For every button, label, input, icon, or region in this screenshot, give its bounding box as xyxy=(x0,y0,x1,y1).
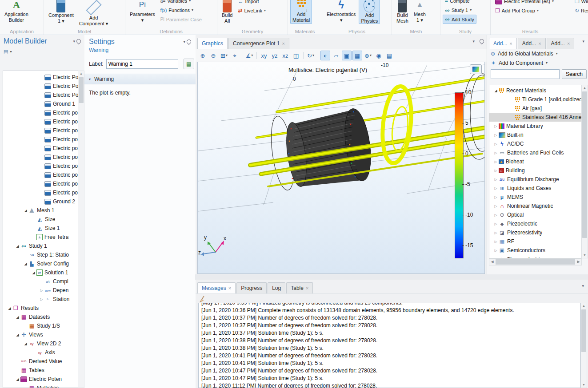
messages-tab[interactable]: Table × xyxy=(286,282,313,293)
expand-arrow-icon[interactable] xyxy=(493,213,499,217)
material-list-item[interactable]: MEMS xyxy=(489,193,581,202)
add-material-tab[interactable]: Add... × xyxy=(547,38,575,49)
graphics-toolbar-button[interactable]: ⊖ xyxy=(208,51,218,60)
application-builder-button[interactable]: Application Builder xyxy=(2,0,31,24)
ribbon-small-button[interactable]: Windows ▾ xyxy=(572,0,588,6)
tree-item[interactable]: Multislice xyxy=(3,384,78,388)
expand-arrow-icon[interactable] xyxy=(493,195,499,199)
graphics-toolbar-button[interactable]: ▦ xyxy=(352,51,362,60)
tree-item[interactable]: Size 1 xyxy=(3,224,78,233)
material-list-item[interactable]: Piezoresistivity xyxy=(489,228,581,237)
ribbon-small-button[interactable]: Functions ▾ xyxy=(158,6,204,15)
material-list-vertical-scrollbar[interactable]: ▲ ▼ xyxy=(581,85,588,258)
tree-item[interactable]: Axis xyxy=(3,348,78,357)
expand-arrow-icon[interactable] xyxy=(493,186,499,190)
tree-item[interactable]: Station xyxy=(3,295,78,304)
tree-item[interactable]: Electric po xyxy=(3,126,78,135)
ribbon-small-button[interactable]: Import xyxy=(236,0,268,6)
expand-arrow-icon[interactable] xyxy=(493,160,499,164)
material-list-item[interactable]: Recent Materials xyxy=(489,86,581,95)
expand-arrow-icon[interactable] xyxy=(15,244,20,248)
tree-item[interactable]: Mesh 1 xyxy=(3,206,78,215)
search-button[interactable]: Search xyxy=(562,69,587,79)
tree-item[interactable]: Step 1: Statio xyxy=(3,250,78,259)
material-list-item[interactable]: Optical xyxy=(489,210,581,219)
material-list-item[interactable]: Equilibrium Discharge xyxy=(489,175,581,184)
add-physics-button[interactable]: Add Physics xyxy=(359,0,380,24)
tree-item[interactable]: Size xyxy=(3,215,78,224)
expand-arrow-icon[interactable] xyxy=(15,315,20,319)
scroll-up-icon[interactable]: ▲ xyxy=(582,85,588,91)
graphics-toolbar-button[interactable]: ⊛ ▾ xyxy=(363,51,373,60)
graphics-toolbar-button[interactable]: ⌖ xyxy=(230,51,240,60)
warning-section-header[interactable]: ▾ Warning xyxy=(84,74,196,84)
expand-arrow-icon[interactable] xyxy=(493,249,499,253)
graphics-tab[interactable]: Convergence Plot 1 × xyxy=(228,38,289,49)
graphics-toolbar-button[interactable]: ◫ xyxy=(291,51,301,60)
graphics-toolbar-button[interactable]: ▱ xyxy=(331,51,341,60)
material-list-horizontal-scrollbar[interactable]: ◀ ▶ xyxy=(489,258,582,265)
scroll-right-icon[interactable]: ▶ xyxy=(576,259,581,265)
close-tab-icon[interactable]: × xyxy=(282,41,284,46)
material-list-item[interactable]: Material Library xyxy=(489,122,581,131)
tree-item[interactable]: Solver Config xyxy=(3,259,78,268)
graphics-toolbar-button[interactable]: xz xyxy=(280,51,290,60)
tree-item[interactable]: Ground 1 xyxy=(3,99,78,108)
expand-arrow-icon[interactable] xyxy=(493,151,499,155)
tree-item[interactable]: Ground 2 xyxy=(3,197,78,206)
expand-arrow-icon[interactable] xyxy=(493,178,499,182)
close-tab-icon[interactable]: × xyxy=(567,41,570,46)
material-list-item[interactable]: RF xyxy=(489,237,581,246)
pin-icon[interactable] xyxy=(76,38,82,44)
expand-arrow-icon[interactable] xyxy=(39,289,44,293)
expand-arrow-icon[interactable] xyxy=(493,124,499,128)
panel-menu-caret-icon[interactable]: ▾ xyxy=(471,39,476,44)
material-list-item[interactable]: Building xyxy=(489,166,581,175)
tree-item[interactable]: Study 1 xyxy=(3,242,78,250)
ribbon-small-button[interactable]: Add Plot Group ▾ xyxy=(493,6,556,15)
tree-item[interactable]: Electric po xyxy=(3,108,78,117)
pin-icon[interactable] xyxy=(186,39,192,45)
graphics-toolbar-button[interactable]: ▣ xyxy=(342,51,352,60)
graphics-toolbar-button[interactable] xyxy=(256,52,257,59)
expand-arrow-icon[interactable] xyxy=(23,262,28,266)
material-list-item[interactable]: Bioheat xyxy=(489,157,581,166)
graphics-canvas[interactable]: Multislice: Electric potential (V) 0 5 -… xyxy=(197,62,485,274)
expand-arrow-icon[interactable] xyxy=(493,240,499,244)
material-list-item[interactable]: Built-in xyxy=(489,131,581,139)
add-material-tab[interactable]: Add... × xyxy=(518,38,546,49)
parameters-button[interactable]: Parameters ▾ xyxy=(128,0,157,24)
plot-thumbnail-button[interactable] xyxy=(470,64,482,74)
panel-menu-caret-icon[interactable]: ▾ xyxy=(182,39,187,44)
material-list-item[interactable]: Ti Grade 1 [solid,oxidized] xyxy=(489,95,581,104)
material-list-item[interactable]: Semiconductors xyxy=(489,246,581,255)
expand-arrow-icon[interactable] xyxy=(493,169,499,173)
tree-item[interactable]: Views xyxy=(3,330,78,339)
tree-item[interactable]: Results xyxy=(3,304,78,313)
tree-item[interactable]: Electric po xyxy=(3,188,78,197)
warning-label-input[interactable] xyxy=(106,59,178,69)
tree-item[interactable]: Study 1/S xyxy=(3,321,78,330)
material-list-item[interactable]: AC/DC xyxy=(489,139,581,148)
tree-item[interactable]: Compi xyxy=(3,277,78,286)
graphics-toolbar-button[interactable]: ∡ ▾ xyxy=(244,51,254,60)
close-tab-icon[interactable]: × xyxy=(538,41,541,46)
model-tree-node-text-button[interactable]: ▤ xyxy=(4,49,8,55)
add-to-component-button[interactable]: ＋ Add to Component ▾ xyxy=(487,58,588,67)
ribbon-small-button[interactable]: LiveLink ▾ xyxy=(236,6,268,15)
tree-item[interactable]: Free Tetra xyxy=(3,233,78,242)
expand-arrow-icon[interactable] xyxy=(39,297,44,301)
tree-item[interactable]: Electric Po xyxy=(3,73,78,82)
messages-vertical-scrollbar[interactable]: ▲ ▼ xyxy=(580,303,587,388)
scroll-left-icon[interactable]: ◀ xyxy=(489,259,495,265)
expand-arrow-icon[interactable] xyxy=(493,133,499,137)
close-tab-icon[interactable]: × xyxy=(509,41,512,46)
scroll-down-icon[interactable]: ▼ xyxy=(581,382,587,388)
messages-tab[interactable]: Log xyxy=(268,282,285,293)
material-list-item[interactable]: Thermoelectric xyxy=(489,255,581,258)
panel-menu-caret-icon[interactable]: ▾ xyxy=(580,283,585,289)
tree-item[interactable]: Electric po xyxy=(3,117,78,126)
electrostatics-button[interactable]: Electrostatics ▾ xyxy=(324,0,358,24)
component-1-button[interactable]: Component 1 ▾ xyxy=(46,0,76,24)
dropdown-caret-icon[interactable]: ▾ xyxy=(10,50,12,54)
